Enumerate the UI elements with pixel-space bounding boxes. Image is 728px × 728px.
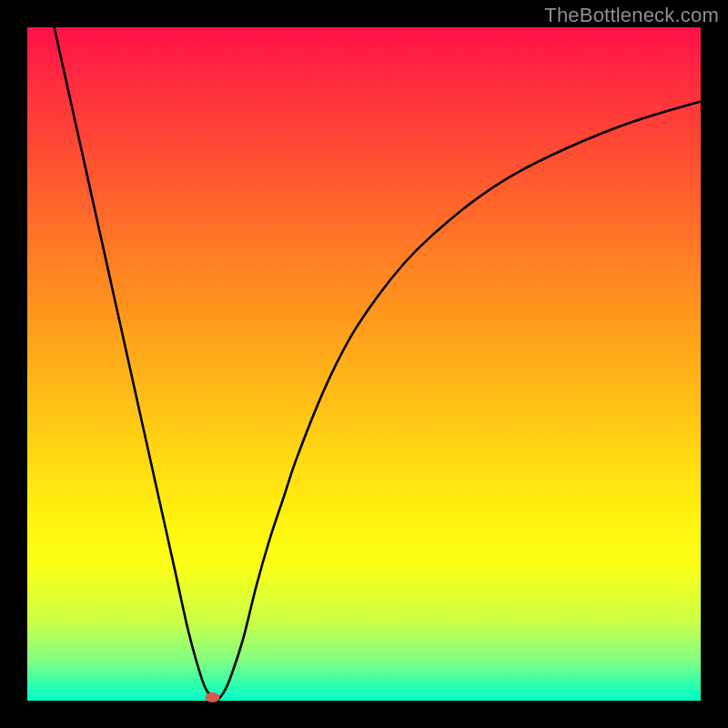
bottleneck-curve-path bbox=[55, 27, 701, 701]
line-plot bbox=[27, 27, 701, 701]
plot-area bbox=[27, 27, 701, 701]
chart-frame: TheBottleneck.com bbox=[0, 0, 728, 728]
watermark-text: TheBottleneck.com bbox=[544, 4, 719, 27]
minimum-marker bbox=[206, 693, 220, 703]
